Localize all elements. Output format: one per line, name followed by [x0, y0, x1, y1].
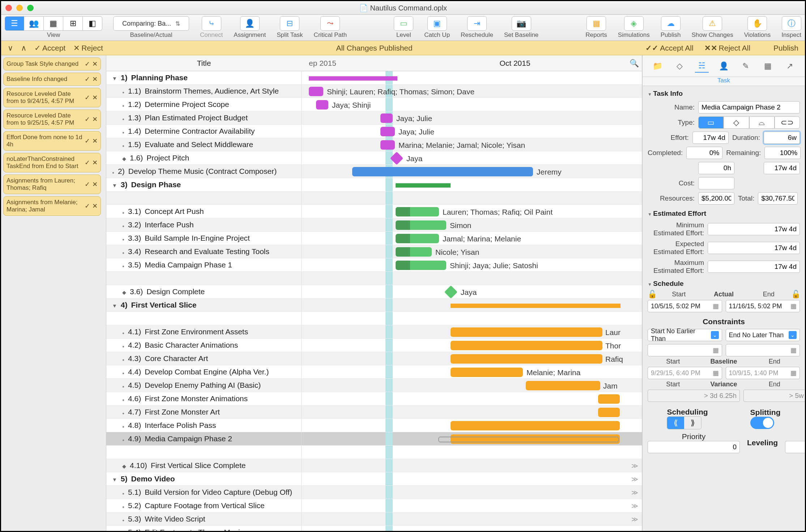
assignment-button[interactable]: 👤	[240, 16, 260, 31]
calendar-icon[interactable]: ▦	[713, 346, 719, 354]
task-row[interactable]: 4.3) Core Character Art Rafiq	[106, 352, 642, 365]
task-row[interactable]: 1.6) Project Pitch Jaya	[106, 151, 642, 165]
effort-done-input[interactable]	[698, 162, 734, 174]
task-title[interactable]: Capture Footage from Vertical Slice	[145, 501, 265, 510]
task-row[interactable]: 4.8) Interface Polish Pass	[106, 419, 642, 432]
task-title[interactable]: Build Version for Video Capture (Debug O…	[145, 488, 292, 497]
task-row[interactable]: 5.3) Write Video Script ≫	[106, 512, 642, 526]
insp-tab-export[interactable]: ↗	[783, 60, 797, 73]
reject-change-icon[interactable]: ✕	[92, 75, 98, 83]
gantt-cell[interactable]: Jaya	[302, 151, 642, 164]
insp-tab-task[interactable]: ☵	[695, 60, 709, 73]
duration-input[interactable]	[764, 132, 800, 144]
reject-change-icon[interactable]: ✕	[92, 137, 98, 145]
compare-popup[interactable]: Comparing: Ba...	[113, 16, 189, 31]
task-title[interactable]: Edit Footage to Theme Music	[145, 528, 244, 531]
insp-tab-project[interactable]: 📁	[651, 60, 665, 73]
scheduling-direction[interactable]: ⟪⟫	[667, 416, 701, 429]
gantt-cell[interactable]: Nicole; Yisan	[302, 245, 642, 258]
task-title[interactable]: Plan Estimated Project Budget	[145, 113, 248, 122]
task-row[interactable]: 4.9) Media Campaign Phase 2	[106, 432, 642, 446]
reject-change-button[interactable]: ✕ Reject	[71, 43, 105, 53]
task-row[interactable]: 1.1) Brainstorm Themes, Audience, Art St…	[106, 85, 642, 98]
gantt-cell[interactable]: Laur	[302, 325, 642, 338]
remaining-input[interactable]	[764, 147, 801, 159]
change-card[interactable]: Resource Leveled Date from to 9/25/15, 4…	[3, 110, 101, 129]
gantt-cell[interactable]	[302, 432, 642, 445]
task-title[interactable]: Interface Polish Pass	[145, 421, 216, 430]
accept-change-icon[interactable]: ✓	[85, 202, 90, 210]
task-row[interactable]: 4.6) First Zone Monster Animations	[106, 392, 642, 406]
insp-tab-custom[interactable]: ▦	[761, 60, 775, 73]
gantt-cell[interactable]	[302, 178, 642, 191]
reject-change-icon[interactable]: ✕	[92, 180, 98, 188]
gantt-cell[interactable]: Shinji; Jaya; Julie; Satoshi	[302, 258, 642, 271]
view-style-button[interactable]: ◧	[83, 16, 102, 31]
task-row[interactable]: 4.5) Develop Enemy Pathing AI (Basic) Ja…	[106, 379, 642, 392]
change-card[interactable]: noLaterThanConstrained TaskEnd from End …	[3, 153, 101, 172]
completed-input[interactable]	[686, 147, 722, 159]
splitting-toggle[interactable]	[750, 417, 774, 429]
gantt-cell[interactable]: Marina; Melanie; Jamal; Nicole; Yisan	[302, 138, 642, 151]
change-card[interactable]: Group Task Style changed✓✕	[3, 57, 101, 70]
gantt-cell[interactable]: Jaya; Shinji	[302, 98, 642, 111]
task-row[interactable]	[106, 192, 642, 205]
reject-all-button[interactable]: Reject All	[702, 43, 753, 53]
task-type-segmented[interactable]: ▭ ◇ ⌓ ⊂⊃	[698, 116, 800, 129]
exp-effort-input[interactable]	[708, 242, 800, 254]
resources-cost-input[interactable]	[698, 192, 734, 205]
task-title[interactable]: Evaluate and Select Middleware	[145, 140, 253, 149]
task-row[interactable]: 5) Demo Video ≫	[106, 472, 642, 486]
task-title[interactable]: Write Video Script	[145, 515, 205, 523]
level-button[interactable]: ▭	[394, 16, 413, 31]
accept-all-button[interactable]: Accept All	[643, 43, 695, 53]
task-title[interactable]: Design Complete	[146, 287, 205, 296]
change-card[interactable]: Baseline Info changed✓✕	[3, 73, 101, 86]
task-title[interactable]: Determine Contractor Availability	[145, 127, 255, 136]
task-title[interactable]: First Zone Environment Assets	[145, 327, 248, 336]
gantt-cell[interactable]: Jaya; Julie	[302, 111, 642, 124]
task-row[interactable]	[106, 312, 642, 325]
task-row[interactable]: 1.3) Plan Estimated Project Budget Jaya;…	[106, 111, 642, 125]
reject-change-icon[interactable]: ✕	[92, 115, 98, 123]
catchup-button[interactable]: ▣	[427, 16, 447, 31]
min-effort-input[interactable]	[708, 223, 800, 235]
type-group-icon[interactable]: ⊂⊃	[775, 116, 800, 129]
view-calendar-button[interactable]: ▦	[44, 16, 63, 31]
task-row[interactable]: 1.4) Determine Contractor Availability J…	[106, 125, 642, 138]
reject-change-icon[interactable]: ✕	[92, 60, 98, 68]
insp-tab-resource[interactable]: 👤	[717, 60, 731, 73]
estimated-effort-header[interactable]: Estimated Effort	[643, 206, 805, 220]
effort-input[interactable]	[692, 132, 729, 144]
task-row[interactable]: 5.2) Capture Footage from Vertical Slice…	[106, 499, 642, 512]
accept-change-icon[interactable]: ✓	[85, 137, 90, 145]
task-row[interactable]: 3.4) Research and Evaluate Testing Tools…	[106, 245, 642, 258]
task-title[interactable]: Build Sample In-Engine Project	[145, 234, 250, 243]
task-title[interactable]: Planning Phase	[131, 73, 188, 82]
gantt-header[interactable]: ep 2015 Oct 2015 🔍	[302, 55, 642, 71]
priority-input[interactable]	[648, 441, 740, 453]
gantt-cell[interactable]	[302, 71, 642, 84]
inspect-button[interactable]: ⓘ	[782, 16, 801, 31]
gantt-cell[interactable]: Simon	[302, 218, 642, 231]
gantt-cell[interactable]: ≫	[302, 512, 642, 525]
gantt-cell[interactable]: Jamal; Marina; Melanie	[302, 232, 642, 245]
task-row[interactable]: 3) Design Phase	[106, 178, 642, 192]
gantt-cell[interactable]: Jeremy	[302, 165, 642, 178]
task-row[interactable]: 5.4) Edit Footage to Theme Music ≫	[106, 526, 642, 531]
task-title[interactable]: Determine Project Scope	[145, 100, 229, 109]
split-task-button[interactable]: ⊟	[280, 16, 299, 31]
accept-change-icon[interactable]: ✓	[85, 60, 90, 68]
disclosure-triangle-icon[interactable]	[112, 73, 117, 82]
simulations-button[interactable]: ◈	[624, 16, 644, 31]
task-title[interactable]: Brainstorm Themes, Audience, Art Style	[145, 87, 279, 95]
gantt-cell[interactable]	[302, 419, 642, 432]
task-row[interactable]: 4.10) First Vertical Slice Complete ≫	[106, 459, 642, 472]
reject-change-icon[interactable]: ✕	[92, 94, 98, 102]
accept-change-icon[interactable]: ✓	[85, 115, 90, 123]
max-effort-input[interactable]	[708, 261, 800, 273]
task-title[interactable]: Core Character Art	[145, 354, 208, 363]
task-title[interactable]: First Vertical Slice Complete	[151, 461, 246, 470]
task-info-header[interactable]: Task Info	[643, 86, 805, 100]
effort-remaining-input[interactable]	[764, 162, 800, 174]
